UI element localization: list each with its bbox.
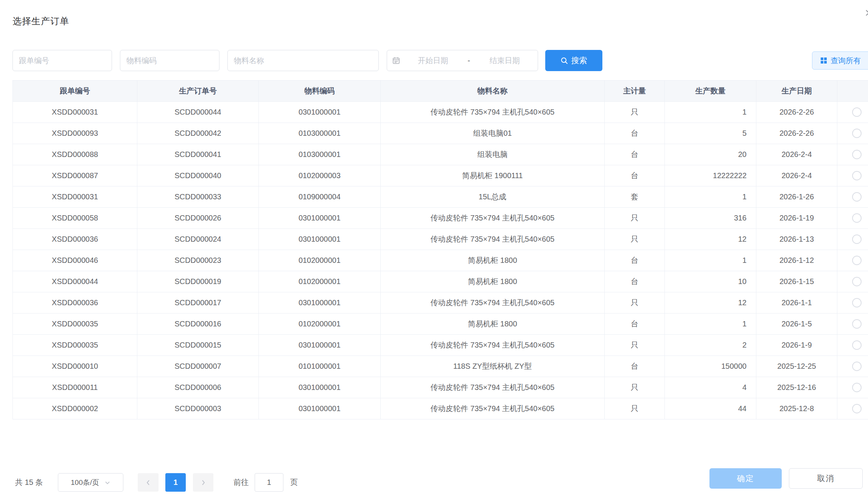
grid-icon [821,57,827,64]
cell-material-name: 组装电脑 [381,144,605,165]
search-button-label: 搜索 [571,55,587,66]
chevron-left-icon [145,479,152,486]
search-button[interactable]: 搜索 [545,50,602,71]
search-icon [561,57,568,64]
confirm-button[interactable]: 确定 [709,468,782,489]
row-radio-button[interactable] [852,298,862,307]
cell-follow-no: XSDD000010 [13,356,137,377]
table-row[interactable]: XSDD000031SCDD0000440301000001传动皮轮件 735×… [13,102,868,123]
table-row[interactable]: XSDD000035SCDD0000150301000001传动皮轮件 735×… [13,335,868,356]
cell-prod-order-no: SCDD000015 [137,335,259,356]
cell-qty: 2 [665,335,756,356]
cell-date: 2026-1-15 [756,271,837,292]
material-code-input[interactable] [120,50,219,71]
start-date-placeholder[interactable]: 开始日期 [400,56,466,66]
cell-unit: 只 [605,398,665,419]
row-radio-button[interactable] [852,319,862,329]
row-radio-button[interactable] [852,404,862,413]
cell-material-name: 118S ZY型纸杯机 ZY型 [381,356,605,377]
row-radio-button[interactable] [852,340,862,350]
row-radio-button[interactable] [852,171,862,180]
table-row[interactable]: XSDD000087SCDD0000400102000003简易机柜 19001… [13,165,868,186]
goto-page-input[interactable] [255,473,283,492]
cell-material-code: 0103000001 [259,123,381,144]
col-qty: 生产数量 [665,81,756,102]
cell-date: 2026-1-12 [756,250,837,271]
cell-prod-order-no: SCDD000044 [137,102,259,123]
cell-unit: 只 [605,377,665,398]
cell-select [837,229,868,250]
cell-qty: 12 [665,292,756,314]
current-page-button[interactable]: 1 [165,473,186,492]
row-radio-button[interactable] [852,383,862,392]
cell-qty: 5 [665,123,756,144]
cell-material-name: 传动皮轮件 735×794 主机孔540×605 [381,102,605,123]
prev-page-button[interactable] [138,473,159,492]
row-radio-button[interactable] [852,256,862,265]
cell-material-code: 0109000004 [259,186,381,208]
table-row[interactable]: XSDD000011SCDD0000060301000001传动皮轮件 735×… [13,377,868,398]
cell-material-name: 传动皮轮件 735×794 主机孔540×605 [381,208,605,229]
cell-select [837,314,868,335]
chevron-right-icon [200,479,207,486]
calendar-icon [392,57,400,64]
cell-unit: 只 [605,292,665,314]
cell-prod-order-no: SCDD000023 [137,250,259,271]
cell-material-code: 0301000001 [259,102,381,123]
cell-date: 2025-12-25 [756,356,837,377]
cell-qty: 150000 [665,356,756,377]
cell-prod-order-no: SCDD000003 [137,398,259,419]
table-row[interactable]: XSDD000035SCDD0000160102000001简易机柜 1800台… [13,314,868,335]
cell-select [837,377,868,398]
table-row[interactable]: XSDD000036SCDD0000170301000001传动皮轮件 735×… [13,292,868,314]
date-range-picker[interactable]: 开始日期 - 结束日期 [387,50,538,71]
cell-material-code: 0301000001 [259,335,381,356]
table-row[interactable]: XSDD000093SCDD0000420103000001组装电脑01台520… [13,123,868,144]
cell-select [837,123,868,144]
orders-table: 跟单编号 生产订单号 物料编码 物料名称 主计量 生产数量 生产日期 XSDD0… [12,80,868,419]
close-icon[interactable] [864,8,868,17]
cell-follow-no: XSDD000031 [13,186,137,208]
cell-unit: 台 [605,144,665,165]
row-radio-button[interactable] [852,107,862,117]
table-row[interactable]: XSDD000088SCDD0000410103000001组装电脑台20202… [13,144,868,165]
row-radio-button[interactable] [852,213,862,223]
cell-prod-order-no: SCDD000006 [137,377,259,398]
table-row[interactable]: XSDD000031SCDD000033010900000415L总成套1202… [13,186,868,208]
cell-qty: 12222222 [665,165,756,186]
cell-prod-order-no: SCDD000026 [137,208,259,229]
table-row[interactable]: XSDD000044SCDD0000190102000001简易机柜 1800台… [13,271,868,292]
cell-unit: 台 [605,250,665,271]
cell-qty: 4 [665,377,756,398]
cell-material-code: 0102000001 [259,314,381,335]
table-row[interactable]: XSDD000046SCDD0000230102000001简易机柜 1800台… [13,250,868,271]
row-radio-button[interactable] [852,362,862,371]
row-radio-button[interactable] [852,150,862,159]
col-select [837,81,868,102]
cell-date: 2025-12-16 [756,377,837,398]
cell-follow-no: XSDD000058 [13,208,137,229]
cell-date: 2026-2-4 [756,165,837,186]
next-page-button[interactable] [193,473,213,492]
table-row[interactable]: XSDD000010SCDD0000070101000001118S ZY型纸杯… [13,356,868,377]
row-radio-button[interactable] [852,129,862,138]
cell-follow-no: XSDD000002 [13,398,137,419]
table-row[interactable]: XSDD000002SCDD0000030301000001传动皮轮件 735×… [13,398,868,419]
cell-follow-no: XSDD000036 [13,292,137,314]
cell-select [837,356,868,377]
cancel-button[interactable]: 取消 [789,468,863,489]
follow-no-input[interactable] [12,50,112,71]
material-name-input[interactable] [227,50,379,71]
page-size-select[interactable]: 100条/页 [58,473,123,492]
end-date-placeholder[interactable]: 结束日期 [471,56,538,66]
cell-select [837,208,868,229]
table-row[interactable]: XSDD000058SCDD0000260301000001传动皮轮件 735×… [13,208,868,229]
row-radio-button[interactable] [852,277,862,286]
row-radio-button[interactable] [852,192,862,202]
query-all-button[interactable]: 查询所有 [812,51,868,70]
table-row[interactable]: XSDD000036SCDD0000240301000001传动皮轮件 735×… [13,229,868,250]
page-size-value: 100条/页 [71,478,99,488]
cell-material-code: 0301000001 [259,377,381,398]
row-radio-button[interactable] [852,234,862,244]
cell-date: 2026-2-26 [756,102,837,123]
